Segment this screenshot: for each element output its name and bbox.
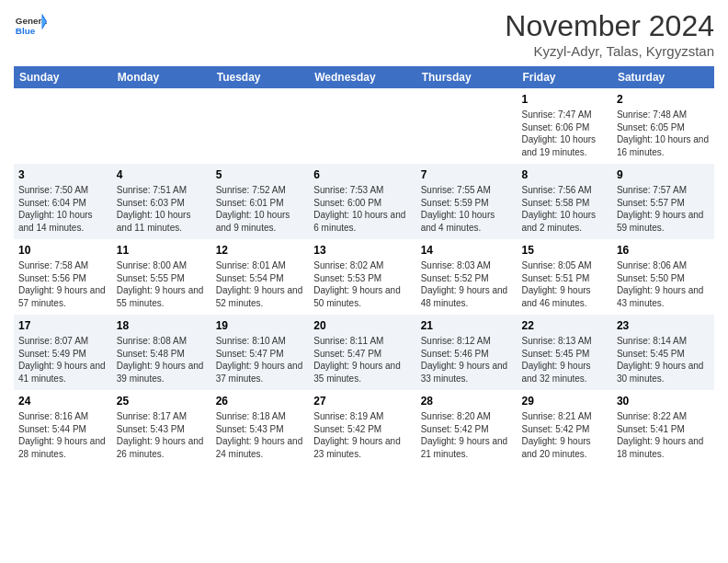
calendar-body: 1Sunrise: 7:47 AMSunset: 6:06 PMDaylight… xyxy=(14,88,714,465)
col-wednesday: Wednesday xyxy=(309,66,415,88)
calendar-day: 22Sunrise: 8:13 AMSunset: 5:45 PMDayligh… xyxy=(517,315,611,390)
day-info: Sunrise: 7:52 AMSunset: 6:01 PMDaylight:… xyxy=(216,184,305,234)
day-number: 18 xyxy=(117,318,207,333)
calendar-day: 24Sunrise: 8:16 AMSunset: 5:44 PMDayligh… xyxy=(14,390,112,465)
day-number: 3 xyxy=(18,167,108,182)
calendar-day: 15Sunrise: 8:05 AMSunset: 5:51 PMDayligh… xyxy=(517,239,611,315)
day-info: Sunrise: 8:07 AMSunset: 5:49 PMDaylight:… xyxy=(18,335,108,385)
calendar-table: Sunday Monday Tuesday Wednesday Thursday… xyxy=(14,66,714,465)
title-section: November 2024 Kyzyl-Adyr, Talas, Kyrgyzs… xyxy=(505,9,714,59)
calendar-day xyxy=(14,88,112,164)
day-number: 6 xyxy=(313,167,411,182)
calendar-day: 29Sunrise: 8:21 AMSunset: 5:42 PMDayligh… xyxy=(517,390,611,465)
calendar-day: 23Sunrise: 8:14 AMSunset: 5:45 PMDayligh… xyxy=(612,315,714,390)
day-info: Sunrise: 8:11 AMSunset: 5:47 PMDaylight:… xyxy=(313,335,411,385)
month-title: November 2024 xyxy=(505,9,714,43)
day-info: Sunrise: 8:06 AMSunset: 5:50 PMDaylight:… xyxy=(617,259,710,309)
svg-text:Blue: Blue xyxy=(16,26,36,36)
calendar-day: 5Sunrise: 7:52 AMSunset: 6:01 PMDaylight… xyxy=(211,164,310,239)
calendar-day: 2Sunrise: 7:48 AMSunset: 6:05 PMDaylight… xyxy=(612,88,714,164)
day-number: 20 xyxy=(313,318,411,333)
calendar-week-4: 17Sunrise: 8:07 AMSunset: 5:49 PMDayligh… xyxy=(14,315,714,390)
day-info: Sunrise: 8:16 AMSunset: 5:44 PMDaylight:… xyxy=(18,410,108,460)
calendar-day: 27Sunrise: 8:19 AMSunset: 5:42 PMDayligh… xyxy=(309,390,415,465)
calendar-day: 6Sunrise: 7:53 AMSunset: 6:00 PMDaylight… xyxy=(309,164,415,239)
day-number: 2 xyxy=(617,92,710,107)
day-number: 9 xyxy=(617,167,710,182)
col-monday: Monday xyxy=(112,66,211,88)
day-info: Sunrise: 8:00 AMSunset: 5:55 PMDaylight:… xyxy=(117,259,207,309)
day-number: 15 xyxy=(521,243,607,258)
day-info: Sunrise: 8:21 AMSunset: 5:42 PMDaylight:… xyxy=(521,410,607,460)
day-number: 19 xyxy=(216,318,305,333)
calendar-day xyxy=(416,88,518,164)
day-number: 1 xyxy=(521,92,607,107)
calendar-day xyxy=(309,88,415,164)
day-number: 11 xyxy=(117,243,207,258)
calendar-header: Sunday Monday Tuesday Wednesday Thursday… xyxy=(14,66,714,88)
day-number: 8 xyxy=(521,167,607,182)
calendar-day: 16Sunrise: 8:06 AMSunset: 5:50 PMDayligh… xyxy=(612,239,714,315)
day-number: 10 xyxy=(18,243,108,258)
calendar-week-2: 3Sunrise: 7:50 AMSunset: 6:04 PMDaylight… xyxy=(14,164,714,239)
day-info: Sunrise: 8:20 AMSunset: 5:42 PMDaylight:… xyxy=(421,410,513,460)
day-info: Sunrise: 8:10 AMSunset: 5:47 PMDaylight:… xyxy=(216,335,305,385)
calendar-day: 25Sunrise: 8:17 AMSunset: 5:43 PMDayligh… xyxy=(112,390,211,465)
calendar-day: 20Sunrise: 8:11 AMSunset: 5:47 PMDayligh… xyxy=(309,315,415,390)
col-sunday: Sunday xyxy=(14,66,112,88)
day-info: Sunrise: 7:51 AMSunset: 6:03 PMDaylight:… xyxy=(117,184,207,234)
day-number: 30 xyxy=(617,394,710,408)
day-number: 23 xyxy=(617,318,710,333)
day-info: Sunrise: 8:03 AMSunset: 5:52 PMDaylight:… xyxy=(421,259,513,309)
col-friday: Friday xyxy=(517,66,611,88)
day-info: Sunrise: 8:01 AMSunset: 5:54 PMDaylight:… xyxy=(216,259,305,309)
calendar-day: 8Sunrise: 7:56 AMSunset: 5:58 PMDaylight… xyxy=(517,164,611,239)
day-info: Sunrise: 8:14 AMSunset: 5:45 PMDaylight:… xyxy=(617,335,710,385)
calendar-week-5: 24Sunrise: 8:16 AMSunset: 5:44 PMDayligh… xyxy=(14,390,714,465)
day-info: Sunrise: 8:02 AMSunset: 5:53 PMDaylight:… xyxy=(313,259,411,309)
day-info: Sunrise: 7:58 AMSunset: 5:56 PMDaylight:… xyxy=(18,259,108,309)
day-info: Sunrise: 8:22 AMSunset: 5:41 PMDaylight:… xyxy=(617,410,710,460)
day-info: Sunrise: 8:05 AMSunset: 5:51 PMDaylight:… xyxy=(521,259,607,309)
col-saturday: Saturday xyxy=(612,66,714,88)
page: General Blue November 2024 Kyzyl-Adyr, T… xyxy=(0,0,728,475)
calendar-day: 3Sunrise: 7:50 AMSunset: 6:04 PMDaylight… xyxy=(14,164,112,239)
col-thursday: Thursday xyxy=(416,66,518,88)
day-info: Sunrise: 7:55 AMSunset: 5:59 PMDaylight:… xyxy=(421,184,513,234)
calendar-day: 1Sunrise: 7:47 AMSunset: 6:06 PMDaylight… xyxy=(517,88,611,164)
day-number: 22 xyxy=(521,318,607,333)
day-number: 14 xyxy=(421,243,513,258)
calendar-day: 11Sunrise: 8:00 AMSunset: 5:55 PMDayligh… xyxy=(112,239,211,315)
day-info: Sunrise: 8:19 AMSunset: 5:42 PMDaylight:… xyxy=(313,410,411,460)
day-info: Sunrise: 8:18 AMSunset: 5:43 PMDaylight:… xyxy=(216,410,305,460)
location: Kyzyl-Adyr, Talas, Kyrgyzstan xyxy=(505,43,714,59)
day-number: 26 xyxy=(216,394,305,408)
day-number: 12 xyxy=(216,243,305,258)
calendar-day: 19Sunrise: 8:10 AMSunset: 5:47 PMDayligh… xyxy=(211,315,310,390)
calendar-day: 21Sunrise: 8:12 AMSunset: 5:46 PMDayligh… xyxy=(416,315,518,390)
day-number: 17 xyxy=(18,318,108,333)
calendar-day: 9Sunrise: 7:57 AMSunset: 5:57 PMDaylight… xyxy=(612,164,714,239)
calendar-day: 7Sunrise: 7:55 AMSunset: 5:59 PMDaylight… xyxy=(416,164,518,239)
calendar-week-1: 1Sunrise: 7:47 AMSunset: 6:06 PMDaylight… xyxy=(14,88,714,164)
day-number: 24 xyxy=(18,394,108,408)
day-info: Sunrise: 7:48 AMSunset: 6:05 PMDaylight:… xyxy=(617,109,710,158)
logo-icon: General Blue xyxy=(14,9,47,42)
calendar-day: 30Sunrise: 8:22 AMSunset: 5:41 PMDayligh… xyxy=(612,390,714,465)
day-number: 28 xyxy=(421,394,513,408)
calendar-day xyxy=(112,88,211,164)
day-number: 5 xyxy=(216,167,305,182)
col-tuesday: Tuesday xyxy=(211,66,310,88)
calendar-day: 4Sunrise: 7:51 AMSunset: 6:03 PMDaylight… xyxy=(112,164,211,239)
day-info: Sunrise: 8:08 AMSunset: 5:48 PMDaylight:… xyxy=(117,335,207,385)
day-number: 29 xyxy=(521,394,607,408)
logo: General Blue xyxy=(14,9,47,42)
day-number: 21 xyxy=(421,318,513,333)
day-info: Sunrise: 7:56 AMSunset: 5:58 PMDaylight:… xyxy=(521,184,607,234)
day-number: 4 xyxy=(117,167,207,182)
calendar-day: 18Sunrise: 8:08 AMSunset: 5:48 PMDayligh… xyxy=(112,315,211,390)
day-number: 7 xyxy=(421,167,513,182)
day-info: Sunrise: 7:47 AMSunset: 6:06 PMDaylight:… xyxy=(521,109,607,158)
calendar-day: 13Sunrise: 8:02 AMSunset: 5:53 PMDayligh… xyxy=(309,239,415,315)
calendar-week-3: 10Sunrise: 7:58 AMSunset: 5:56 PMDayligh… xyxy=(14,239,714,315)
